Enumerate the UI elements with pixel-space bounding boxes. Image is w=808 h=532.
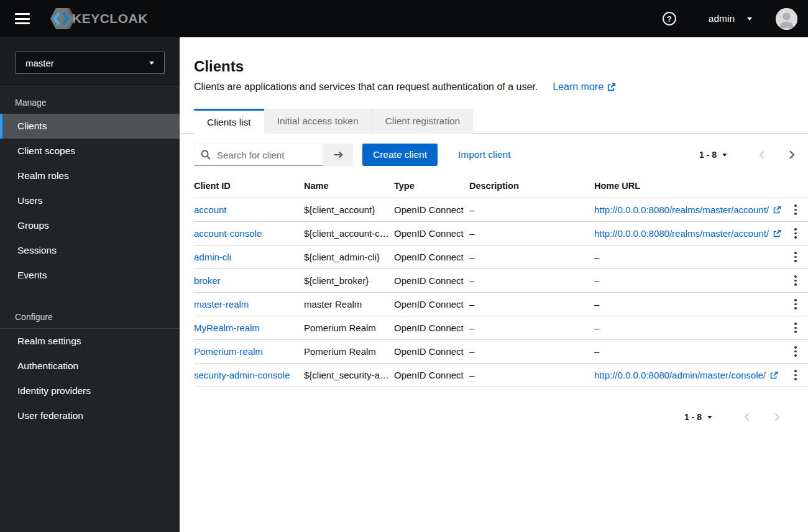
cell-client-id: MyRealm-realm (194, 323, 304, 333)
client-id-link[interactable]: admin-cli (194, 252, 231, 262)
pagination-range: 1 - 8 (684, 412, 702, 422)
client-id-link[interactable]: security-admin-console (194, 370, 290, 380)
page-title: Clients (194, 58, 793, 75)
tab-clients-list[interactable]: Clients list (194, 109, 264, 134)
sidebar-item-users[interactable]: Users (0, 188, 180, 213)
sidebar-item-label: Groups (17, 220, 49, 231)
home-url-link[interactable]: http://0.0.0.0:8080/realms/master/accoun… (594, 228, 781, 239)
realm-selector[interactable]: master (15, 52, 165, 74)
sidebar-item-authentication[interactable]: Authentication (0, 354, 180, 378)
previous-page-button[interactable] (742, 412, 752, 422)
column-header-name: Name (304, 181, 394, 191)
kebab-menu-button[interactable] (788, 321, 803, 336)
cell-client-id: master-realm (194, 299, 304, 310)
toolbar: Create client Import client 1 - 8 (180, 134, 808, 173)
cell-description: – (469, 275, 594, 286)
chevron-right-icon (789, 150, 795, 159)
chevron-left-icon (759, 150, 765, 159)
cell-actions (781, 297, 808, 312)
cell-description: – (469, 299, 594, 310)
cell-actions (781, 344, 808, 359)
client-id-link[interactable]: master-realm (194, 299, 249, 310)
nav-section-label: Manage (0, 87, 180, 114)
column-header-client-id: Client ID (194, 181, 304, 191)
home-url-link[interactable]: http://0.0.0.0:8080/admin/master/console… (594, 370, 778, 380)
create-client-button[interactable]: Create client (362, 144, 438, 166)
external-link-icon (773, 229, 781, 238)
client-id-link[interactable]: MyRealm-realm (194, 323, 260, 333)
sidebar-item-label: User federation (17, 410, 83, 421)
client-id-link[interactable]: Pomerium-realm (194, 346, 263, 357)
sidebar-item-label: Clients (17, 121, 47, 132)
tab-client-registration[interactable]: Client registration (372, 109, 474, 134)
sidebar-item-groups[interactable]: Groups (0, 213, 180, 238)
client-id-link[interactable]: broker (194, 275, 221, 286)
client-id-link[interactable]: account (194, 204, 227, 215)
home-url-empty: – (594, 299, 599, 310)
cell-description: – (469, 228, 594, 239)
chevron-down-icon (149, 62, 154, 65)
cell-type: OpenID Connect (394, 346, 469, 357)
cell-name: ${client_broker} (304, 275, 394, 286)
home-url-text: http://0.0.0.0:8080/realms/master/accoun… (594, 204, 769, 215)
cell-actions (781, 226, 808, 241)
cell-client-id: security-admin-console (194, 370, 304, 380)
realm-selector-block: master (0, 37, 180, 87)
cell-type: OpenID Connect (394, 228, 469, 239)
sidebar-item-clients[interactable]: Clients (0, 114, 180, 139)
cell-home-url: – (594, 275, 781, 286)
pagination-range-dropdown[interactable]: 1 - 8 (699, 150, 727, 160)
home-url-empty: – (594, 275, 599, 286)
nav-list: Realm settings Authentication Identity p… (0, 329, 180, 428)
chevron-down-icon (722, 154, 727, 157)
next-page-button[interactable] (772, 412, 782, 422)
sidebar-item-label: Authentication (17, 360, 78, 372)
user-dropdown[interactable]: admin (709, 13, 752, 24)
help-icon[interactable]: ? (663, 12, 676, 25)
sidebar-item-client-scopes[interactable]: Client scopes (0, 139, 180, 163)
kebab-menu-button[interactable] (788, 297, 803, 312)
next-page-button[interactable] (787, 150, 797, 160)
table-row: Pomerium-realm Pomerium Realm OpenID Con… (194, 340, 808, 364)
tab-label: Initial access token (277, 116, 359, 127)
kebab-menu-button[interactable] (788, 226, 803, 241)
sidebar-item-label: Users (17, 195, 42, 206)
page-subtitle: Clients are applications and services th… (194, 81, 538, 93)
import-client-link[interactable]: Import client (458, 149, 510, 160)
table-row: MyRealm-realm Pomerium Realm OpenID Conn… (194, 316, 808, 340)
kebab-menu-button[interactable] (788, 203, 803, 218)
sidebar-item-user-federation[interactable]: User federation (0, 403, 180, 428)
kebab-menu-button[interactable] (788, 250, 803, 265)
chevron-left-icon (744, 413, 750, 421)
cell-name: ${client_account-c… (304, 228, 394, 239)
cell-name: Pomerium Realm (304, 346, 394, 357)
sidebar-item-sessions[interactable]: Sessions (0, 238, 180, 263)
kebab-menu-button[interactable] (788, 273, 803, 288)
column-header-home-url: Home URL (594, 181, 781, 191)
sidebar-item-realm-roles[interactable]: Realm roles (0, 163, 180, 188)
cell-name: master Realm (304, 299, 394, 310)
kebab-menu-button[interactable] (788, 344, 803, 359)
keycloak-logo[interactable]: KEYCLOAK (48, 7, 148, 30)
sidebar-item-events[interactable]: Events (0, 263, 180, 288)
tab-label: Clients list (207, 117, 251, 128)
pagination-top: 1 - 8 (699, 150, 797, 160)
cell-home-url: – (594, 346, 781, 357)
nav-toggle-hamburger-icon[interactable] (15, 13, 30, 24)
cell-type: OpenID Connect (394, 204, 469, 215)
search-input[interactable] (194, 144, 323, 166)
search-submit-button[interactable] (323, 144, 353, 166)
sidebar-nav: Manage Clients Client scopes Realm roles… (0, 87, 180, 428)
pagination-range-dropdown[interactable]: 1 - 8 (684, 412, 712, 422)
sidebar-item-identity-providers[interactable]: Identity providers (0, 378, 180, 403)
home-url-link[interactable]: http://0.0.0.0:8080/realms/master/accoun… (594, 204, 781, 215)
previous-page-button[interactable] (757, 150, 767, 160)
chevron-right-icon (774, 413, 780, 421)
learn-more-link[interactable]: Learn more (553, 81, 616, 93)
kebab-menu-button[interactable] (788, 368, 803, 383)
chevron-down-icon (747, 17, 752, 21)
sidebar-item-realm-settings[interactable]: Realm settings (0, 329, 180, 354)
tab-initial-access-token[interactable]: Initial access token (264, 109, 372, 134)
client-id-link[interactable]: account-console (194, 228, 262, 239)
avatar[interactable] (776, 8, 797, 30)
